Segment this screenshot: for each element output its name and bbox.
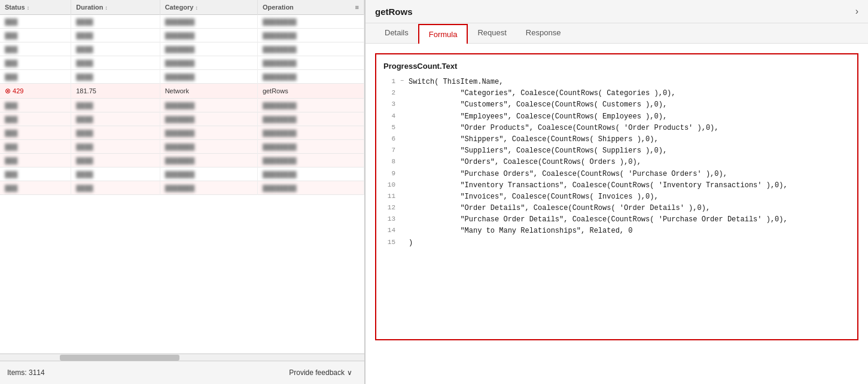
collapse-button	[400, 134, 409, 144]
line-number: 2	[383, 88, 400, 99]
collapse-button	[400, 111, 409, 121]
table-row[interactable]: ██████████████████████	[0, 99, 364, 112]
code-area: 1−Switch( ThisItem.Name,2 "Categories", …	[383, 77, 850, 249]
line-number: 12	[383, 203, 400, 214]
cell-operation: ████████	[257, 42, 364, 56]
code-line: 3 "Customers", Coalesce(CountRows( Custo…	[383, 99, 850, 111]
collapse-button	[400, 203, 409, 212]
code-indent	[409, 214, 460, 225]
table-row[interactable]: ██████████████████████	[0, 15, 364, 29]
cell-status: ███	[0, 70, 71, 84]
code-text: )	[409, 237, 413, 249]
line-number: 7	[383, 145, 400, 156]
sort-icon-category[interactable]: ↕	[195, 5, 201, 11]
table-row[interactable]: ██████████████████████	[0, 70, 364, 84]
collapse-button[interactable]: −	[400, 77, 409, 86]
table-row[interactable]: ██████████████████████	[0, 126, 364, 140]
cell-duration: ████	[71, 99, 160, 112]
cell-duration: ████	[71, 154, 160, 167]
chevron-down-icon: ∨	[347, 368, 352, 377]
table-row[interactable]: ██████████████████████	[0, 112, 364, 126]
cell-duration: ████	[71, 126, 160, 140]
right-panel: getRows › Details Formula Request Respon…	[365, 0, 868, 384]
code-indent	[409, 134, 460, 145]
cell-status: ███	[0, 140, 71, 154]
table-row[interactable]: ██████████████████████	[0, 56, 364, 70]
cell-operation: ████████	[257, 15, 364, 29]
cell-operation: ████████	[257, 126, 364, 140]
col-header-duration[interactable]: Duration ↕	[71, 0, 160, 15]
feedback-button[interactable]: Provide feedback ∨	[284, 366, 357, 379]
horizontal-scrollbar[interactable]	[0, 353, 364, 361]
table-row[interactable]: ██████████████████████	[0, 167, 364, 181]
cell-category: ███████	[160, 112, 257, 126]
table-row[interactable]: ██████████████████████	[0, 42, 364, 56]
cell-category: ███████	[160, 70, 257, 84]
line-number: 3	[383, 99, 400, 110]
col-header-operation[interactable]: Operation ≡	[257, 0, 364, 15]
cell-status: ███	[0, 56, 71, 70]
table-row[interactable]: ██████████████████████	[0, 140, 364, 154]
line-number: 14	[383, 225, 400, 236]
code-text: Switch( ThisItem.Name,	[409, 77, 503, 88]
cell-category: ███████	[160, 126, 257, 140]
cell-operation: ████████	[257, 112, 364, 126]
code-line: 4 "Employees", Coalesce(CountRows( Emplo…	[383, 111, 850, 123]
code-text: "Customers", Coalesce(CountRows( Custome…	[460, 99, 667, 111]
cell-category: ███████	[160, 140, 257, 154]
code-text: "Orders", Coalesce(CountRows( Orders ),0…	[460, 157, 641, 168]
code-text: "Invoices", Coalesce(CountRows( Invoices…	[460, 191, 658, 203]
code-indent	[409, 191, 460, 203]
panel-close-icon[interactable]: ›	[855, 6, 858, 23]
code-line: 11 "Invoices", Coalesce(CountRows( Invoi…	[383, 191, 850, 203]
tab-request[interactable]: Request	[468, 23, 516, 43]
cell-status: ███	[0, 154, 71, 167]
cell-category: ███████	[160, 15, 257, 29]
menu-icon[interactable]: ≡	[355, 4, 359, 11]
code-text: "Purchase Order Details", Coalesce(Count…	[460, 214, 787, 225]
col-header-category[interactable]: Category ↕	[160, 0, 257, 15]
table-row[interactable]: ██████████████████████	[0, 181, 364, 195]
code-text: "Many to Many Relationships", Related, 0	[460, 225, 632, 237]
cell-duration: 181.75	[71, 84, 160, 99]
code-indent	[409, 123, 460, 134]
tabs-row: Details Formula Request Response	[366, 23, 868, 44]
collapse-button	[400, 99, 409, 109]
code-indent	[409, 157, 460, 168]
table-row[interactable]: ██████████████████████	[0, 29, 364, 42]
table-row[interactable]: ⊗ 429181.75NetworkgetRows	[0, 84, 364, 99]
sort-icon-duration[interactable]: ↕	[105, 5, 111, 11]
code-indent	[409, 99, 460, 111]
code-text: "Inventory Transactions", Coalesce(Count…	[460, 180, 787, 191]
collapse-button	[400, 191, 409, 201]
code-line: 6 "Shippers", Coalesce(CountRows( Shippe…	[383, 134, 850, 145]
col-header-status[interactable]: Status ↕	[0, 0, 71, 15]
cell-duration: ████	[71, 70, 160, 84]
sort-icon-status[interactable]: ↕	[27, 5, 33, 11]
code-line: 15 )	[383, 237, 850, 249]
code-text: "Categories", Coalesce(CountRows( Catego…	[460, 88, 675, 99]
panel-title: getRows	[375, 7, 413, 23]
table-row[interactable]: ██████████████████████	[0, 154, 364, 167]
code-text: "Order Products", Coalesce(CountRows( 'O…	[460, 123, 718, 134]
feedback-label: Provide feedback	[289, 368, 345, 377]
cell-status: ███	[0, 42, 71, 56]
cell-status: ███	[0, 126, 71, 140]
code-line: 5 "Order Products", Coalesce(CountRows( …	[383, 123, 850, 134]
data-table: Status ↕ Duration ↕ Category ↕ Operation…	[0, 0, 364, 195]
code-line: 10 "Inventory Transactions", Coalesce(Co…	[383, 180, 850, 191]
table-scroll-area[interactable]: Status ↕ Duration ↕ Category ↕ Operation…	[0, 0, 364, 353]
code-indent	[409, 203, 460, 214]
cell-duration: ████	[71, 181, 160, 195]
tab-details[interactable]: Details	[375, 23, 418, 43]
scrollbar-thumb[interactable]	[60, 355, 179, 361]
tab-response[interactable]: Response	[516, 23, 571, 43]
code-text: "Suppliers", Coalesce(CountRows( Supplie…	[460, 145, 667, 157]
collapse-button	[400, 88, 409, 97]
code-line: 2 "Categories", Coalesce(CountRows( Cate…	[383, 88, 850, 99]
code-line: 9 "Purchase Orders", Coalesce(CountRows(…	[383, 169, 850, 180]
cell-operation: ████████	[257, 167, 364, 181]
cell-operation: ████████	[257, 99, 364, 112]
tab-formula[interactable]: Formula	[418, 24, 468, 44]
line-number: 1	[383, 77, 400, 87]
